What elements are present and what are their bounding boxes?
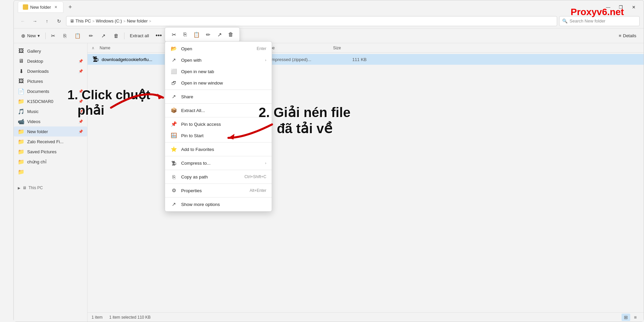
sidebar-item-unnamed[interactable]: 📁	[14, 167, 87, 177]
ctx-open-with[interactable]: ↗ Open with ›	[165, 54, 272, 66]
ctx-extract-all[interactable]: 📦 Extract All...	[165, 105, 272, 116]
sidebar-item-videos[interactable]: 📹 Videos 📌	[14, 116, 87, 126]
windows-c-crumb[interactable]: Windows (C:)	[96, 18, 122, 23]
context-menu: 📂 Open Enter ↗ Open with › ⬜ Open in new…	[165, 41, 272, 212]
k15-pin: 📌	[78, 99, 83, 104]
ctx-separator-4	[165, 142, 272, 143]
minimize-button[interactable]: —	[602, 2, 614, 12]
sep1: >	[92, 19, 94, 23]
ctx-pin-start[interactable]: 🪟 Pin to Start	[165, 130, 272, 141]
ctx-compress[interactable]: 🗜 Compress to... ›	[165, 157, 272, 169]
new-folder-crumb[interactable]: New folder	[127, 18, 148, 23]
this-pc-crumb[interactable]: This PC	[75, 18, 91, 23]
sidebar-item-k15[interactable]: 📁 K15DCMAR0 📌	[14, 96, 87, 106]
address-bar[interactable]: 🖥 This PC > Windows (C:) > New folder >	[66, 16, 557, 26]
properties-label: Properties	[181, 188, 202, 193]
main-area: 🖼 Gallery 🖥 Desktop 📌 ⬇ Downloads 📌 🖼 Pi…	[14, 43, 644, 322]
maximize-button[interactable]: ❐	[615, 2, 627, 12]
sidebar-item-documents[interactable]: 📄 Documents 📌	[14, 86, 87, 96]
sep3: >	[149, 19, 151, 23]
up-button[interactable]: ↑	[42, 16, 52, 26]
ctx-cut-button[interactable]: ✂	[168, 30, 179, 40]
sidebar-item-gallery[interactable]: 🖼 Gallery	[14, 46, 87, 56]
details-button[interactable]: ≡ Details	[615, 31, 640, 41]
compress-icon: 🗜	[170, 160, 177, 166]
sidebar-item-pictures[interactable]: 🖼 Pictures	[14, 76, 87, 86]
pin-quick-label: Pin to Quick access	[181, 122, 221, 127]
ctx-add-favorites-left: ⭐ Add to Favorites	[170, 146, 214, 153]
share-ctx-icon: ↗	[170, 93, 177, 100]
ctx-properties[interactable]: ⚙ Properties Alt+Enter	[165, 185, 272, 196]
sidebar-item-new-folder[interactable]: 📁 New folder 📌	[14, 126, 87, 137]
ctx-add-favorites[interactable]: ⭐ Add to Favorites	[165, 144, 272, 155]
copy-icon: ⎘	[63, 33, 66, 39]
search-box[interactable]: 🔍 Search New folder	[559, 16, 640, 26]
desktop-pin: 📌	[78, 59, 83, 63]
ctx-share-button[interactable]: ↗	[214, 30, 225, 40]
col-size-header[interactable]: Size	[333, 46, 367, 50]
open-new-tab-label: Open in new tab	[181, 69, 214, 74]
music-label: Music	[27, 109, 39, 114]
ctx-delete-button[interactable]: 🗑	[225, 30, 236, 40]
ctx-pin-start-left: 🪟 Pin to Start	[170, 132, 204, 139]
cut-icon: ✂	[51, 33, 55, 39]
downloads-label: Downloads	[27, 69, 49, 74]
sidebar-item-desktop[interactable]: 🖥 Desktop 📌	[14, 56, 87, 66]
share-button[interactable]: ↗	[98, 31, 109, 41]
selected-info: 1 item selected 110 KB	[109, 315, 151, 320]
open-with-label: Open with	[181, 58, 202, 63]
ctx-copy-button[interactable]: ⎘	[180, 30, 191, 40]
col-type-header[interactable]: Type	[266, 46, 333, 50]
sort-icon: ∧	[92, 46, 95, 50]
videos-icon: 📹	[18, 118, 24, 125]
refresh-button[interactable]: ↻	[54, 16, 64, 26]
copy-path-icon: ⎘	[170, 173, 177, 180]
tab-new-folder[interactable]: New folder ✕	[18, 1, 63, 13]
sidebar-this-pc-header[interactable]: ▶ 🖥 This PC	[14, 183, 87, 191]
share-icon: ↗	[101, 33, 106, 39]
tab-close-button[interactable]: ✕	[53, 4, 58, 10]
pin-quick-icon: 📌	[170, 121, 177, 127]
add-favorites-label: Add to Favorites	[181, 147, 214, 152]
ctx-copy-path[interactable]: ⎘ Copy as path Ctrl+Shift+C	[165, 171, 272, 182]
sep2: >	[123, 19, 125, 23]
pin-start-icon: 🪟	[170, 132, 177, 139]
forward-button[interactable]: →	[30, 16, 40, 26]
sidebar-item-downloads[interactable]: ⬇ Downloads 📌	[14, 66, 87, 76]
rename-button[interactable]: ✏	[86, 31, 97, 41]
more-button[interactable]: •••	[154, 31, 164, 41]
ctx-separator-6	[165, 170, 272, 170]
new-label: New	[27, 33, 36, 38]
sidebar-item-zalo[interactable]: 📁 Zalo Received Fi...	[14, 137, 87, 147]
add-tab-button[interactable]: +	[65, 2, 75, 12]
list-view-button[interactable]: ≡	[631, 314, 640, 321]
sidebar-item-music[interactable]: 🎵 Music 📌	[14, 106, 87, 116]
add-favorites-icon: ⭐	[170, 146, 177, 153]
extract-all-button[interactable]: Extract all	[126, 31, 152, 41]
delete-button[interactable]: 🗑	[110, 31, 122, 41]
back-button[interactable]: ←	[18, 16, 28, 26]
ctx-paste-button[interactable]: 📋	[191, 30, 202, 40]
paste-button[interactable]: 📋	[71, 31, 84, 41]
ctx-rename-button[interactable]: ✏	[203, 30, 213, 40]
ctx-copy-path-left: ⎘ Copy as path	[170, 173, 208, 180]
toolbar-separator	[45, 33, 46, 39]
ctx-open-new-tab[interactable]: ⬜ Open in new tab	[165, 66, 272, 77]
ctx-open-new-window[interactable]: 🗗 Open in new window	[165, 77, 272, 89]
new-button[interactable]: ⊕ New ▾	[18, 31, 43, 41]
cut-button[interactable]: ✂	[48, 31, 59, 41]
ctx-open[interactable]: 📂 Open Enter	[165, 43, 272, 54]
ctx-extract-all-left: 📦 Extract All...	[170, 107, 205, 114]
grid-view-button[interactable]: ⊞	[622, 314, 630, 321]
show-more-icon: ↗	[170, 201, 177, 208]
sidebar-item-chung-chi[interactable]: 📁 chứng chỉ	[14, 157, 87, 167]
videos-label: Videos	[27, 119, 41, 124]
ctx-show-more[interactable]: ↗ Show more options	[165, 199, 272, 210]
sidebar-item-saved-pictures[interactable]: 📁 Saved Pictures	[14, 147, 87, 157]
close-button[interactable]: ✕	[628, 2, 640, 12]
view-buttons: ⊞ ≡	[622, 314, 640, 321]
ctx-share[interactable]: ↗ Share	[165, 91, 272, 102]
copy-button[interactable]: ⎘	[60, 31, 70, 41]
ctx-pin-quick[interactable]: 📌 Pin to Quick access	[165, 118, 272, 130]
window-controls: — ❐ ✕	[602, 2, 640, 12]
